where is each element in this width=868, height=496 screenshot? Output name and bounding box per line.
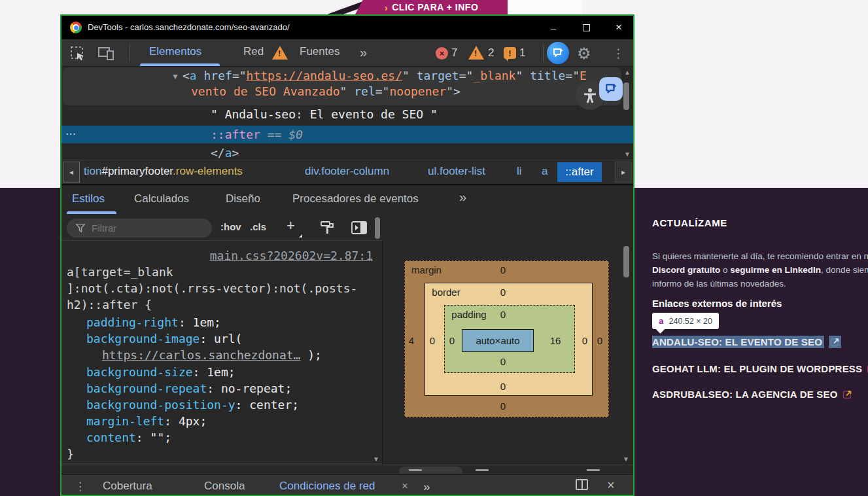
drawer-tab-network-conditions[interactable]: Condiciones de red	[279, 480, 375, 493]
styles-filter-input[interactable]	[92, 222, 190, 234]
settings-gear-icon[interactable]: ⚙	[577, 44, 591, 63]
text-node-row[interactable]: " Andalu-seo: El evento de SEO "	[211, 107, 438, 121]
tab-network[interactable]: Red	[243, 45, 264, 58]
border-top-value: 0	[500, 287, 506, 298]
css-declaration[interactable]: margin-left: 4px;	[86, 414, 207, 428]
clipped-control	[476, 469, 489, 471]
dock-side-icon[interactable]	[576, 479, 588, 490]
after-pseudo-row[interactable]: ::after == $0	[211, 128, 303, 141]
tab-layout[interactable]: Diseño	[226, 192, 260, 205]
css-declaration[interactable]: content: "";	[86, 431, 171, 444]
box-model-pane: auto×auto margin 0 border 0 padding 0 4 …	[383, 241, 633, 465]
tab-styles[interactable]: Estilos	[72, 192, 105, 205]
stylesheet-source-link[interactable]: main.css?202602v=2.87:1	[210, 249, 373, 262]
elements-scrollbar-thumb[interactable]	[623, 82, 629, 110]
maximize-button[interactable]	[573, 16, 599, 39]
css-declaration[interactable]: padding-right: 1em;	[86, 315, 221, 329]
clipped-panel-strip	[61, 465, 633, 474]
paragraph-line: Discord gratuito o seguirme en LinkedIn,…	[652, 265, 868, 275]
ai-badge-icon[interactable]	[599, 77, 623, 101]
tab-sources[interactable]: Fuentes	[300, 45, 339, 58]
toggle-hover-state-button[interactable]: :hov	[220, 221, 241, 232]
close-window-button[interactable]: ×	[606, 16, 632, 39]
promo-ribbon-label: CLIC PARA + INFO	[392, 2, 478, 12]
computed-sidebar-toggle-icon[interactable]	[351, 221, 367, 234]
scrollbar-up-icon[interactable]: ▲	[624, 69, 631, 76]
drawer-tab-console[interactable]: Consola	[204, 480, 245, 493]
inspect-element-icon[interactable]	[70, 46, 86, 62]
close-tab-icon[interactable]: ×	[402, 480, 408, 493]
toolbar-separator	[130, 44, 130, 62]
warning-count-icon[interactable]	[468, 46, 484, 60]
page-white-band	[507, 0, 582, 14]
toggle-class-button[interactable]: .cls	[250, 221, 266, 232]
margin-right-value: 0	[597, 335, 602, 346]
row-overflow-dots-icon[interactable]: ⋯	[65, 128, 77, 140]
filter-funnel-icon	[76, 224, 85, 232]
devtools-titlebar[interactable]: DevTools - carlos.sanchezdonate.com/seo-…	[61, 16, 633, 39]
site-heading-links: Enlaces externos de interés	[652, 298, 782, 309]
tab-styles-underline	[67, 211, 116, 214]
breadcrumb-crumb-after-selected[interactable]: ::after	[557, 162, 602, 182]
css-declaration[interactable]: background-repeat: no-repeat;	[86, 381, 292, 395]
selected-row-highlight[interactable]	[61, 126, 633, 143]
tab-elements[interactable]: Elementos	[149, 45, 201, 58]
styles-filter-input-wrap[interactable]	[67, 219, 212, 238]
more-tabs-button[interactable]: »	[360, 45, 367, 60]
breadcrumb-crumb-a[interactable]: a	[542, 165, 547, 178]
issues-icon[interactable]: !	[504, 47, 516, 59]
css-selector-line[interactable]: a[target=_blank	[67, 265, 173, 279]
tooltip-dimensions: 240.52 × 20	[669, 317, 712, 326]
scrollbar-down-icon[interactable]: ▼	[623, 455, 629, 463]
error-count-icon[interactable]: ×	[436, 47, 448, 60]
box-model-scrollbar-thumb[interactable]	[623, 246, 629, 277]
external-link-asdrubalseo[interactable]: ASDRUBALSEO: LA AGENCIA DE SEO	[652, 389, 852, 400]
promo-ribbon-button[interactable]: › CLIC PARA + INFO	[355, 0, 508, 14]
scrollbar-down-icon[interactable]: ▼	[624, 151, 631, 158]
css-declaration[interactable]: background-size: 1em;	[86, 365, 235, 379]
ai-assistant-button[interactable]	[547, 42, 569, 64]
rendering-emulation-icon[interactable]	[321, 221, 335, 234]
css-selector-line[interactable]: ]:not(.cta):not(.rrss-vector):not(.posts…	[67, 281, 357, 295]
tab-event-listeners[interactable]: Procesadores de eventos	[292, 192, 419, 205]
more-sidebar-tabs-button[interactable]: »	[459, 190, 466, 205]
css-declaration[interactable]: background-image: url(	[86, 332, 242, 345]
border-label: border	[432, 287, 460, 298]
breadcrumb-crumb-li[interactable]: li	[517, 165, 522, 178]
styles-scrollbar-thumb[interactable]	[375, 217, 380, 239]
closing-tag-row[interactable]: </a>	[211, 146, 239, 160]
css-declaration[interactable]: background-position-y: center;	[86, 398, 299, 412]
css-declaration-url[interactable]: https://carlos.sanchezdonat… );	[102, 348, 322, 362]
external-link-geohat[interactable]: GEOHAT LLM: EL PLUGIN DE WORDPRESS	[652, 363, 868, 374]
border-right-value: 0	[582, 335, 587, 346]
clipped-control	[587, 469, 600, 471]
breadcrumb-scroll-right-button[interactable]: ▸	[615, 162, 632, 183]
drawer-more-tabs-button[interactable]: »	[423, 480, 430, 494]
external-link-andalu-seo[interactable]: ANDALU-SEO: EL EVENTO DE SEO	[652, 336, 841, 348]
breadcrumb-crumb-ul[interactable]: ul.footer-list	[428, 165, 485, 178]
close-drawer-icon[interactable]: ×	[607, 478, 615, 493]
error-count: 7	[451, 46, 457, 60]
devtools-menu-icon[interactable]: ⋮	[612, 46, 625, 61]
expander-arrow-icon[interactable]: ▼	[171, 72, 179, 81]
element-row[interactable]: <a href="https://andalu-seo.es/" target=…	[182, 69, 587, 82]
element-row[interactable]: vento de SEO Avanzado" rel="noopener">	[191, 84, 460, 98]
css-selector-line[interactable]: h2)::after {	[67, 298, 152, 311]
new-style-rule-button[interactable]: +	[286, 217, 295, 234]
devtools-window-title: DevTools - carlos.sanchezdonate.com/seo-…	[88, 22, 290, 32]
css-closing-brace[interactable]: }	[67, 447, 74, 461]
breadcrumb-crumb-div[interactable]: div.footer-column	[305, 165, 389, 178]
minimize-button[interactable]: –	[540, 16, 566, 39]
external-link-icon	[829, 336, 841, 348]
scrollbar-down-icon[interactable]: ▼	[373, 455, 379, 463]
breadcrumb-crumb-section[interactable]: tion#primaryfooter.row-elements	[84, 165, 243, 178]
drawer-menu-icon[interactable]: ⋮	[75, 480, 86, 493]
box-model-content-box[interactable]: auto×auto	[462, 329, 534, 352]
drawer-tab-coverage[interactable]: Cobertura	[103, 480, 152, 493]
external-link-label: GEOHAT LLM: EL PLUGIN DE WORDPRESS	[652, 363, 862, 374]
external-link-label: ANDALU-SEO: EL EVENTO DE SEO	[652, 336, 824, 348]
tab-computed[interactable]: Calculados	[134, 192, 189, 205]
border-left-value: 0	[430, 335, 435, 346]
breadcrumb-scroll-left-button[interactable]: ◂	[63, 162, 80, 183]
device-toolbar-icon[interactable]	[97, 46, 116, 62]
